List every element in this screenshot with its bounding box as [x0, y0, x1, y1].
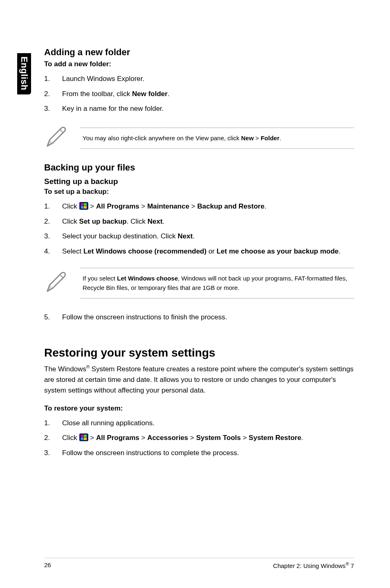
text-fragment: > — [254, 135, 261, 141]
text-fragment: Select — [62, 247, 83, 255]
note-icon — [44, 271, 68, 296]
step-text: From the toolbar, click New folder. — [62, 89, 170, 99]
step-number: 5. — [44, 312, 52, 323]
text-fragment: . — [301, 434, 303, 442]
bold-text: Backup and Restore — [197, 202, 264, 210]
step-number: 4. — [44, 247, 52, 257]
step-number: 1. — [44, 418, 52, 429]
bold-text: Next — [148, 218, 163, 225]
text-fragment: . — [280, 135, 281, 141]
step-number: 1. — [44, 74, 52, 84]
step-number: 3. — [44, 231, 52, 242]
bold-text: Let Windows choose (recommended) — [83, 247, 206, 255]
bold-text: Set up backup — [79, 218, 127, 225]
text-fragment: . Click — [127, 218, 148, 225]
svg-line-0 — [60, 130, 63, 133]
step-number: 2. — [44, 433, 52, 443]
text-fragment: From the toolbar, click — [62, 90, 132, 98]
bold-text: All Programs — [96, 434, 139, 442]
step-text: Click > All Programs > Accessories > Sys… — [62, 433, 303, 443]
step-text: Select Let Windows choose (recommended) … — [62, 247, 341, 257]
subheading-setting-backup: Setting up a backup — [44, 177, 354, 186]
bold-text: Maintenance — [147, 202, 189, 210]
heading-backup: Backing up your files — [44, 162, 354, 173]
list-item: 3. Select your backup destination. Click… — [44, 229, 354, 244]
text-fragment: 7 — [349, 562, 354, 569]
text-fragment: . — [338, 247, 341, 255]
text-fragment: System Restore feature creates a restore… — [44, 365, 354, 395]
steps-backup: 1. Click > All Programs > Maintenance > … — [44, 199, 354, 259]
step-text: Key in a name for the new folder. — [62, 104, 164, 114]
note-text: If you select Let Windows choose, Window… — [80, 268, 354, 298]
subheading-to-add-folder: To add a new folder: — [44, 60, 354, 68]
list-item: 3.Key in a name for the new folder. — [44, 101, 354, 117]
subheading-to-restore: To restore your system: — [44, 404, 354, 413]
text-fragment: Chapter 2: Using Windows — [273, 562, 346, 569]
step-text: Launch Windows Explorer. — [62, 74, 144, 84]
chapter-label: Chapter 2: Using Windows® 7 — [273, 561, 354, 569]
list-item: 1.Launch Windows Explorer. — [44, 72, 354, 87]
list-item: 1. Click > All Programs > Maintenance > … — [44, 199, 354, 214]
page-footer: 26 Chapter 2: Using Windows® 7 — [44, 558, 354, 569]
note-block: You may also right-click anywhere on the… — [44, 126, 354, 151]
step-number: 3. — [44, 104, 52, 114]
heading-restore: Restoring your system settings — [44, 346, 354, 359]
list-item: 1.Close all running applications. — [44, 416, 354, 431]
bold-text: New — [241, 135, 254, 141]
text-fragment: You may also right-click anywhere on the… — [83, 135, 241, 141]
text-fragment: If you select — [83, 275, 117, 282]
text-fragment: > — [139, 202, 147, 210]
bold-text: All Programs — [96, 202, 139, 210]
windows-start-icon — [79, 202, 88, 210]
step-text: Follow the onscreen instructions to fini… — [62, 312, 227, 323]
note-text: You may also right-click anywhere on the… — [80, 128, 354, 149]
bold-text: Folder — [261, 135, 280, 141]
step-text: Click Set up backup. Click Next. — [62, 217, 164, 227]
svg-line-1 — [60, 275, 63, 278]
step-number: 2. — [44, 89, 52, 99]
note-block: If you select Let Windows choose, Window… — [44, 268, 354, 298]
text-fragment: The Windows — [44, 365, 86, 373]
list-item: 2.From the toolbar, click New folder. — [44, 87, 354, 102]
text-fragment: > — [88, 434, 96, 442]
text-fragment: > — [88, 202, 96, 210]
bold-text: Let Windows choose — [117, 275, 178, 282]
list-item: 5.Follow the onscreen instructions to fi… — [44, 310, 354, 325]
text-fragment: Click — [62, 434, 79, 442]
step-number: 1. — [44, 202, 52, 212]
text-fragment: Select your backup destination. Click — [62, 232, 178, 240]
text-fragment: Click — [62, 218, 79, 225]
bold-text: Next — [178, 232, 193, 240]
bold-text: New folder — [132, 90, 168, 98]
step-number: 2. — [44, 217, 52, 227]
steps-add-folder: 1.Launch Windows Explorer. 2.From the to… — [44, 72, 354, 117]
page-content: Adding a new folder To add a new folder:… — [0, 0, 390, 588]
text-fragment: . — [193, 232, 195, 240]
list-item: 2. Click > All Programs > Accessories > … — [44, 431, 354, 446]
bold-text: Accessories — [147, 434, 188, 442]
windows-start-icon — [79, 433, 88, 441]
text-fragment: . — [168, 90, 170, 98]
bold-text: System Tools — [196, 434, 241, 442]
step-text: Follow the onscreen instructions to comp… — [62, 448, 239, 458]
bold-text: System Restore — [249, 434, 301, 442]
restore-body: The Windows® System Restore feature crea… — [44, 364, 354, 396]
text-fragment: > — [139, 434, 147, 442]
text-fragment: > — [189, 202, 197, 210]
text-fragment: > — [188, 434, 196, 442]
registered-mark: ® — [86, 364, 90, 369]
page-number: 26 — [44, 561, 51, 569]
steps-restore: 1.Close all running applications. 2. Cli… — [44, 416, 354, 461]
text-fragment: . — [264, 202, 267, 210]
step-text: Select your backup destination. Click Ne… — [62, 231, 195, 242]
steps-backup-cont: 5.Follow the onscreen instructions to fi… — [44, 310, 354, 325]
text-fragment: > — [241, 434, 249, 442]
list-item: 4. Select Let Windows choose (recommende… — [44, 244, 354, 259]
bold-text: Let me choose as your backup mode — [217, 247, 339, 255]
step-number: 3. — [44, 448, 52, 458]
heading-adding-folder: Adding a new folder — [44, 47, 354, 58]
list-item: 2. Click Set up backup. Click Next. — [44, 214, 354, 229]
list-item: 3.Follow the onscreen instructions to co… — [44, 446, 354, 461]
subheading-to-set-backup: To set up a backup: — [44, 188, 354, 196]
text-fragment: Click — [62, 202, 79, 210]
